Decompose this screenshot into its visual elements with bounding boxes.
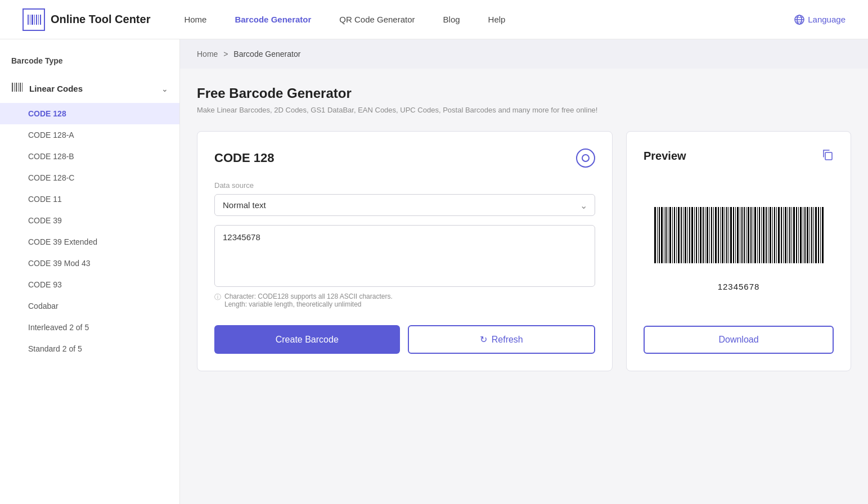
svg-rect-93 [815,207,817,263]
sidebar-item-interleaved25[interactable]: Interleaved 2 of 5 [0,317,179,338]
svg-rect-4 [36,15,37,25]
svg-rect-0 [28,15,29,25]
nav-qr-code-generator[interactable]: QR Code Generator [339,15,415,24]
svg-rect-6 [40,15,41,25]
copy-icon[interactable] [821,148,834,164]
svg-rect-65 [754,207,756,263]
data-source-select-wrapper: Normal text Hex Base64 ⌄ [214,194,595,216]
sidebar-item-code128a[interactable]: CODE 128-A [0,124,179,146]
svg-rect-53 [728,207,729,263]
svg-rect-13 [14,83,15,92]
nav-blog[interactable]: Blog [443,15,460,24]
svg-rect-76 [778,207,780,263]
nav-home[interactable]: Home [184,15,206,24]
sidebar-item-code39mod43[interactable]: CODE 39 Mod 43 [0,253,179,274]
svg-rect-23 [664,207,664,263]
sidebar-title: Barcode Type [0,51,179,74]
svg-rect-29 [676,207,677,263]
barcode-input[interactable]: 12345678 [214,225,595,287]
svg-rect-84 [796,207,797,263]
sidebar-item-code11[interactable]: CODE 11 [0,188,179,210]
svg-rect-73 [772,207,773,263]
language-button[interactable]: Language [794,15,845,25]
hint-line1: Character: CODE128 supports all 128 ASCI… [224,292,393,300]
svg-rect-51 [725,207,725,263]
nav-help[interactable]: Help [488,15,506,24]
sidebar-item-codabar[interactable]: Codabar [0,295,179,317]
svg-rect-18 [825,152,832,160]
svg-rect-39 [698,207,699,263]
settings-icon-inner [582,154,590,162]
settings-button[interactable] [576,148,595,168]
svg-rect-40 [700,207,701,263]
svg-rect-68 [761,207,762,263]
preview-panel: Preview [626,131,851,371]
form-actions: Create Barcode ↻ Refresh [214,308,595,354]
svg-rect-95 [820,207,821,263]
sidebar-section-label: Linear Codes [29,84,83,93]
svg-rect-20 [657,207,658,263]
svg-rect-43 [707,207,708,263]
svg-rect-2 [32,15,33,25]
sidebar-section-linear-codes[interactable]: Linear Codes ⌄ [0,74,179,103]
refresh-button[interactable]: ↻ Refresh [408,325,596,354]
svg-rect-21 [659,207,660,263]
svg-rect-14 [16,83,17,92]
svg-rect-49 [720,207,721,263]
svg-rect-12 [12,83,13,92]
sidebar-item-code128b[interactable]: CODE 128-B [0,146,179,167]
download-button[interactable]: Download [644,326,834,354]
svg-rect-16 [20,83,21,92]
sidebar-item-code39extended[interactable]: CODE 39 Extended [0,231,179,253]
svg-rect-94 [818,207,819,263]
barcode-preview-area: 12345678 [644,175,834,314]
page-title: Free Barcode Generator [197,86,851,101]
language-label: Language [808,15,845,24]
sidebar-item-code128c[interactable]: CODE 128-C [0,167,179,188]
svg-rect-47 [715,207,717,263]
svg-rect-46 [713,207,714,263]
svg-rect-96 [822,207,824,263]
svg-rect-59 [741,207,743,263]
svg-rect-24 [665,207,667,263]
breadcrumb-home[interactable]: Home [197,50,218,58]
logo-icon [23,8,45,31]
svg-rect-60 [744,207,745,263]
create-barcode-button[interactable]: Create Barcode [214,325,400,354]
svg-rect-58 [740,207,740,263]
svg-rect-5 [38,15,39,25]
preview-title: Preview [644,150,686,163]
svg-rect-71 [768,207,768,263]
svg-rect-70 [766,207,767,263]
sidebar-item-code39[interactable]: CODE 39 [0,210,179,231]
svg-rect-52 [726,207,727,263]
svg-rect-37 [694,207,695,263]
info-icon: ⓘ [214,292,221,308]
layout: Barcode Type Linear Codes ⌄ COD [0,39,868,504]
breadcrumb-current: Barcode Generator [233,50,300,58]
svg-rect-79 [785,207,786,263]
svg-rect-28 [674,207,675,263]
svg-rect-63 [750,207,752,263]
nav-barcode-generator[interactable]: Barcode Generator [235,15,311,24]
data-source-select[interactable]: Normal text Hex Base64 [214,194,595,216]
svg-rect-33 [685,207,686,263]
svg-rect-42 [705,207,705,263]
chevron-up-icon: ⌄ [161,84,168,93]
svg-rect-17 [22,83,23,92]
sidebar-item-code128[interactable]: CODE 128 [0,103,179,124]
svg-rect-77 [781,207,782,263]
svg-rect-92 [813,207,814,263]
svg-rect-25 [668,207,668,263]
svg-rect-78 [783,207,784,263]
svg-rect-35 [689,207,690,263]
svg-rect-55 [733,207,734,263]
sidebar-item-standard25[interactable]: Standard 2 of 5 [0,338,179,359]
svg-rect-54 [730,207,732,263]
breadcrumb-separator: > [223,50,228,58]
data-source-label: Data source [214,181,595,190]
svg-rect-72 [770,207,771,263]
svg-rect-22 [661,207,663,263]
form-panel: CODE 128 Data source Normal text Hex Bas… [197,131,613,371]
sidebar-item-code93[interactable]: CODE 93 [0,274,179,295]
